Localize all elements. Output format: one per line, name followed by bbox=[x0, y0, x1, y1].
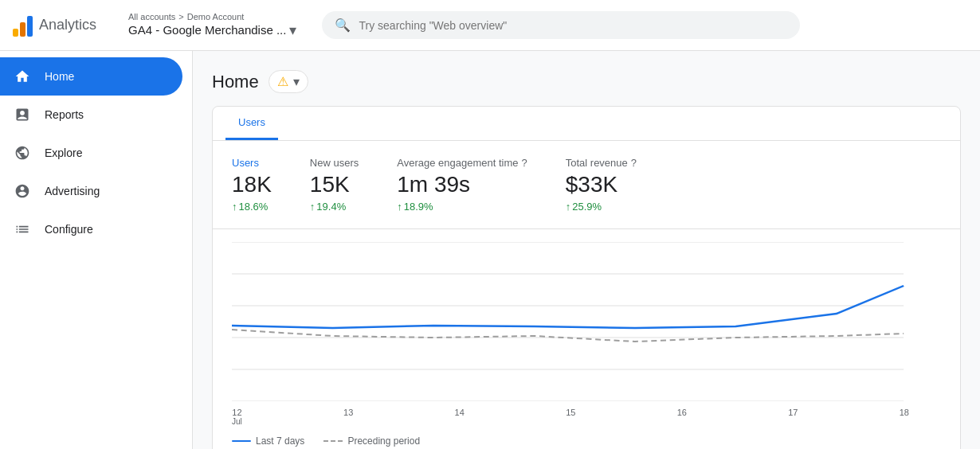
legend-dashed-line bbox=[323, 440, 343, 442]
info-icon-2[interactable]: ? bbox=[631, 157, 637, 169]
home-icon bbox=[13, 67, 32, 86]
legend-solid: Last 7 days bbox=[232, 435, 304, 447]
sidebar-item-configure-label: Configure bbox=[45, 223, 93, 236]
metric-revenue-value: $33K bbox=[566, 172, 637, 197]
sidebar-item-reports[interactable]: Reports bbox=[0, 96, 182, 134]
legend-dashed: Preceding period bbox=[323, 435, 420, 447]
stats-card: Users Users 18K ↑ 18.6% New users 15K ↑ bbox=[212, 106, 961, 449]
metric-engagement-change-value: 18.9% bbox=[404, 201, 433, 213]
page-title: Home bbox=[212, 72, 259, 92]
metric-engagement-change: ↑ 18.9% bbox=[397, 201, 527, 213]
legend-solid-label: Last 7 days bbox=[256, 435, 304, 447]
stats-tab-bar: Users bbox=[213, 107, 960, 141]
page-header: Home ⚠ ▾ bbox=[212, 70, 961, 93]
property-name: GA4 - Google Merchandise ... bbox=[128, 23, 286, 37]
up-arrow-icon-4: ↑ bbox=[566, 201, 571, 213]
metric-users-change-value: 18.6% bbox=[239, 201, 269, 213]
sidebar-item-explore[interactable]: Explore bbox=[0, 134, 182, 172]
search-bar: 🔍 bbox=[322, 11, 800, 39]
metric-engagement: Average engagement time ? 1m 39s ↑ 18.9% bbox=[397, 157, 527, 213]
info-icon[interactable]: ? bbox=[522, 157, 527, 169]
app-name: Analytics bbox=[39, 17, 96, 33]
reports-icon bbox=[13, 105, 32, 124]
warning-badge[interactable]: ⚠ ▾ bbox=[269, 70, 308, 93]
x-label-15: 15 bbox=[566, 408, 575, 426]
users-tab[interactable]: Users bbox=[225, 107, 278, 140]
breadcrumb-separator: > bbox=[178, 12, 183, 21]
account-selector[interactable]: All accounts > Demo Account GA4 - Google… bbox=[128, 12, 296, 39]
up-arrow-icon-2: ↑ bbox=[310, 201, 316, 213]
sidebar-item-reports-label: Reports bbox=[45, 108, 84, 121]
sidebar-item-advertising-label: Advertising bbox=[45, 185, 100, 197]
metric-users: Users 18K ↑ 18.6% bbox=[232, 157, 272, 213]
search-input[interactable] bbox=[359, 19, 787, 32]
metric-revenue-change: ↑ 25.9% bbox=[566, 201, 637, 213]
metric-revenue-label: Total revenue ? bbox=[566, 157, 637, 169]
sidebar-item-advertising[interactable]: Advertising bbox=[0, 172, 182, 210]
metric-users-label: Users bbox=[232, 157, 272, 169]
sidebar-item-home[interactable]: Home bbox=[0, 57, 182, 96]
logo-icon bbox=[13, 14, 33, 37]
warning-icon: ⚠ bbox=[277, 74, 288, 89]
preceding-period-line bbox=[232, 330, 904, 342]
x-label-14: 14 bbox=[455, 408, 465, 426]
metric-engagement-value: 1m 39s bbox=[397, 172, 527, 197]
metric-new-users-change: ↑ 19.4% bbox=[310, 201, 359, 213]
chart-svg bbox=[232, 242, 941, 401]
logo: Analytics bbox=[13, 14, 116, 37]
metric-new-users-label: New users bbox=[310, 157, 359, 169]
x-label-13: 13 bbox=[343, 408, 353, 426]
x-label-17: 17 bbox=[788, 408, 798, 426]
sidebar: Home Reports Explore bbox=[0, 51, 193, 449]
app-header: Analytics All accounts > Demo Account GA… bbox=[0, 0, 980, 51]
chart-legend: Last 7 days Preceding period bbox=[213, 429, 960, 449]
search-wrapper[interactable]: 🔍 bbox=[322, 11, 800, 39]
breadcrumb-account: Demo Account bbox=[187, 12, 245, 21]
metric-revenue: Total revenue ? $33K ↑ 25.9% bbox=[566, 157, 637, 213]
logo-bar-2 bbox=[20, 22, 25, 37]
last-7-days-line bbox=[232, 286, 904, 328]
main-content: Home ⚠ ▾ Users Users 18K ↑ 18.6% bbox=[193, 51, 980, 449]
x-axis: 12 Jul 13 14 15 16 bbox=[232, 401, 941, 429]
metrics-row: Users 18K ↑ 18.6% New users 15K ↑ 19.4% bbox=[213, 141, 960, 229]
breadcrumb: All accounts > Demo Account bbox=[128, 12, 296, 21]
legend-dashed-label: Preceding period bbox=[347, 435, 420, 447]
up-arrow-icon: ↑ bbox=[232, 201, 237, 213]
badge-chevron-icon: ▾ bbox=[293, 74, 300, 89]
main-layout: Home Reports Explore bbox=[0, 51, 980, 449]
search-icon: 🔍 bbox=[335, 18, 351, 33]
sidebar-item-home-label: Home bbox=[45, 70, 74, 83]
advertising-icon bbox=[13, 182, 32, 201]
explore-icon bbox=[13, 143, 32, 162]
up-arrow-icon-3: ↑ bbox=[397, 201, 402, 213]
property-selector[interactable]: GA4 - Google Merchandise ... ▾ bbox=[128, 21, 296, 39]
metric-users-value: 18K bbox=[232, 172, 272, 197]
chevron-down-icon: ▾ bbox=[289, 21, 296, 39]
breadcrumb-all: All accounts bbox=[128, 12, 175, 21]
chart-container bbox=[232, 242, 941, 401]
sidebar-item-explore-label: Explore bbox=[45, 146, 82, 159]
metric-engagement-label: Average engagement time ? bbox=[397, 157, 527, 169]
x-label-12: 12 Jul bbox=[232, 408, 242, 426]
metric-new-users-value: 15K bbox=[310, 172, 359, 197]
logo-bar-3 bbox=[27, 16, 33, 37]
sidebar-item-configure[interactable]: Configure bbox=[0, 210, 182, 248]
metric-new-users: New users 15K ↑ 19.4% bbox=[310, 157, 359, 213]
configure-icon bbox=[13, 220, 32, 239]
metric-new-users-change-value: 19.4% bbox=[316, 201, 346, 213]
logo-bar-1 bbox=[13, 29, 18, 37]
chart-area: 12 Jul 13 14 15 16 bbox=[213, 229, 960, 429]
legend-solid-line bbox=[232, 440, 251, 442]
x-label-18: 18 bbox=[900, 408, 909, 426]
metric-revenue-change-value: 25.9% bbox=[572, 201, 602, 213]
x-label-16: 16 bbox=[677, 408, 687, 426]
metric-users-change: ↑ 18.6% bbox=[232, 201, 272, 213]
